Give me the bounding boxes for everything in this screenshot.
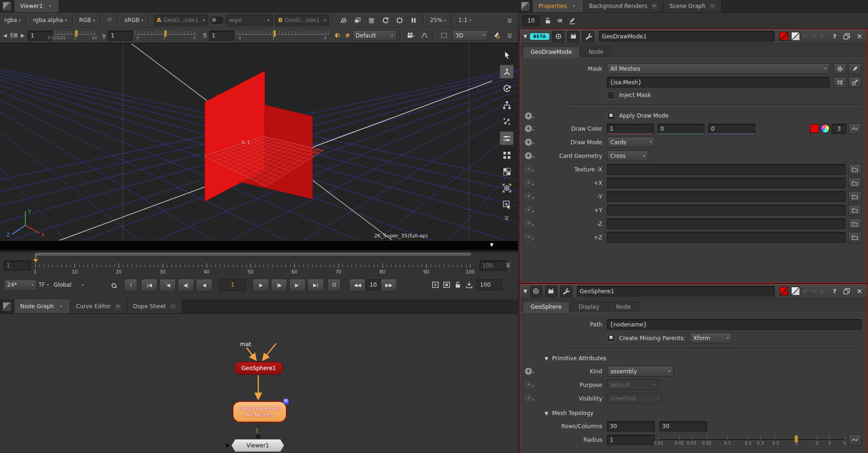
- node-name-field[interactable]: GeoDrawMode1: [599, 31, 775, 42]
- add-keyframe-icon[interactable]: +▾: [525, 193, 539, 200]
- gain-slider[interactable]: 0.015625164: [55, 30, 96, 42]
- step-back-button[interactable]: ◀◀: [349, 279, 366, 291]
- clear-panels-icon[interactable]: [556, 17, 564, 24]
- collapse-icon[interactable]: ▼: [524, 289, 527, 294]
- transport-fwd-button-0[interactable]: ▶: [253, 279, 269, 291]
- current-frame-field[interactable]: 1: [219, 279, 246, 291]
- sample-picker-icon[interactable]: 1: [490, 30, 501, 41]
- timeline-ruler[interactable]: 1 1 1102030405060708090100 100: [0, 256, 518, 276]
- mask-expression-field[interactable]: {isa:Mesh}: [607, 77, 830, 88]
- pane-menu-icon[interactable]: [3, 2, 11, 10]
- expand-expression-button[interactable]: [848, 77, 861, 88]
- redo-icon[interactable]: ↷: [811, 288, 816, 295]
- max-panels-field[interactable]: 10: [523, 15, 539, 26]
- tab-scene-graph[interactable]: Scene Graph✕: [664, 0, 722, 12]
- transport-fwd-button-3[interactable]: ▶|: [307, 279, 324, 291]
- close-icon[interactable]: ✕: [46, 3, 53, 9]
- loop-mode-icon[interactable]: [108, 280, 120, 290]
- tab-display[interactable]: Display: [570, 301, 607, 312]
- close-icon[interactable]: ✕: [571, 3, 577, 9]
- grid-snap-icon[interactable]: #: [345, 32, 350, 39]
- add-keyframe-icon[interactable]: +▾: [525, 179, 539, 186]
- draw-color-b-field[interactable]: 0: [708, 124, 755, 134]
- range-start-field[interactable]: 1: [4, 260, 31, 271]
- center-node-icon[interactable]: [530, 286, 542, 297]
- tab-node[interactable]: Node: [581, 46, 611, 58]
- node-color-swatch[interactable]: [779, 32, 788, 41]
- more-tools-chevron[interactable]: [504, 15, 516, 26]
- path-field[interactable]: {nodename}: [607, 319, 861, 330]
- camera-icon[interactable]: [405, 30, 416, 41]
- set-in-button[interactable]: I: [124, 279, 137, 291]
- node-graph-canvas[interactable]: 1 mat GeoSphere1 GeoDrawMode1All Meshes …: [0, 314, 518, 453]
- rotate-tool-icon[interactable]: [500, 82, 513, 95]
- proxy-ratio-dropdown[interactable]: 1:1▾: [456, 17, 473, 23]
- channel-count-button[interactable]: 3: [831, 124, 846, 134]
- display-channel-dropdown[interactable]: RGB▾: [77, 17, 97, 23]
- add-keyframe-icon[interactable]: +▾: [525, 112, 539, 119]
- translate-tool-icon[interactable]: [500, 65, 514, 79]
- saturation-input[interactable]: 1: [209, 30, 234, 41]
- help-button[interactable]: ?: [831, 33, 838, 40]
- add-keyframe-icon[interactable]: +▾: [525, 368, 539, 375]
- undo-icon[interactable]: ↶: [803, 33, 808, 40]
- timeline-chevron[interactable]: [505, 261, 511, 268]
- mask-dropdown[interactable]: All Meshes▾: [607, 63, 830, 74]
- input-a-dropdown[interactable]: A GeoD...ode1▾: [154, 15, 208, 26]
- fit-view-icon[interactable]: [500, 181, 513, 194]
- zoom-dropdown[interactable]: 25%▾: [428, 17, 448, 23]
- tf-dropdown[interactable]: TF▾: [37, 282, 51, 288]
- proxy-mode-icon[interactable]: [337, 15, 349, 26]
- close-icon[interactable]: ✕: [709, 3, 716, 9]
- parent-type-dropdown[interactable]: Xform▾: [690, 333, 732, 343]
- gamma-slider[interactable]: 014: [135, 30, 197, 42]
- marquee-icon[interactable]: [438, 30, 449, 41]
- window-select-icon[interactable]: [500, 198, 513, 211]
- node-name-field[interactable]: GeoSphere1: [577, 286, 775, 297]
- viewer-process-dropdown[interactable]: Default▾: [352, 30, 397, 41]
- layout-quad-icon[interactable]: [500, 165, 513, 178]
- dropdown-arrow-icon[interactable]: ▼: [490, 242, 494, 247]
- more-tools-chevron[interactable]: [500, 214, 513, 222]
- roi-icon[interactable]: [352, 15, 363, 26]
- add-keyframe-icon[interactable]: +▾: [525, 207, 539, 214]
- edit-icon[interactable]: [569, 17, 576, 24]
- help-button[interactable]: ?: [831, 288, 838, 295]
- transport-back-button-3[interactable]: ◀: [196, 279, 212, 291]
- columns-field[interactable]: 30: [659, 421, 707, 431]
- mask-picker-button[interactable]: [848, 63, 861, 74]
- transport-back-button-1[interactable]: '◀: [159, 279, 176, 291]
- lock-range-icon[interactable]: [454, 281, 462, 289]
- scenegraph-browse-button[interactable]: [833, 77, 846, 88]
- tab-geodrawmode[interactable]: GeoDrawMode: [523, 46, 580, 58]
- add-keyframe-icon[interactable]: +▾: [525, 152, 539, 159]
- draw-color-g-field[interactable]: 0: [658, 124, 704, 134]
- revert-icon[interactable]: ↻: [819, 288, 825, 295]
- primitive-attributes-section[interactable]: ▼ Primitive Attributes: [545, 353, 867, 364]
- lens-curve-icon[interactable]: [419, 30, 430, 41]
- tab-curve-editor[interactable]: Curve Editor✕: [70, 299, 127, 313]
- visibility-dropdown[interactable]: inherited▾: [607, 393, 662, 404]
- set-out-button[interactable]: O: [328, 279, 341, 291]
- color-wheel-icon[interactable]: [821, 124, 830, 133]
- wipe-toggle[interactable]: [210, 17, 224, 24]
- prev-aperture-icon[interactable]: ◀: [2, 33, 8, 38]
- scene-hierarchy-icon[interactable]: [500, 98, 513, 111]
- input-process-button[interactable]: IP: [105, 17, 114, 23]
- layout-bars-icon[interactable]: [500, 131, 514, 145]
- add-keyframe-icon[interactable]: +▾: [525, 125, 539, 132]
- texture-file-field[interactable]: [607, 205, 846, 215]
- file-browse-button[interactable]: [848, 232, 861, 243]
- channels-dropdown[interactable]: rgba▾: [2, 17, 22, 23]
- draw-mode-dropdown[interactable]: Cards▾: [607, 137, 655, 148]
- node-settings-icon[interactable]: [582, 31, 594, 42]
- add-keyframe-icon[interactable]: +▾: [525, 166, 539, 173]
- tab-node[interactable]: Node: [608, 301, 639, 312]
- fps-dropdown[interactable]: 24*▾: [4, 280, 37, 290]
- lut-dropdown[interactable]: sRGB▾: [122, 17, 145, 23]
- texture-file-field[interactable]: [607, 218, 846, 229]
- tab-node-graph[interactable]: Node Graph✕: [15, 299, 70, 313]
- revert-icon[interactable]: ↻: [819, 33, 825, 40]
- collapse-icon[interactable]: ▼: [524, 34, 527, 39]
- file-browse-button[interactable]: [848, 205, 861, 216]
